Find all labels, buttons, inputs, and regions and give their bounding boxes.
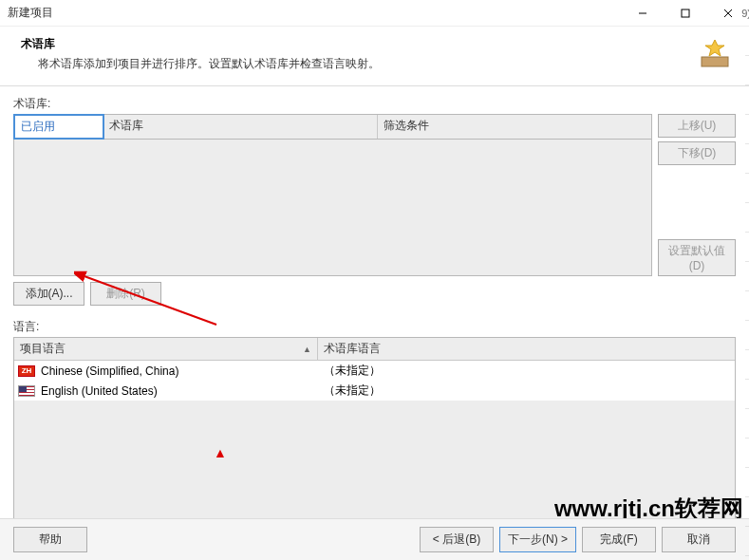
title-bar: 新建项目 <box>0 0 749 27</box>
flag-icon-us <box>18 385 35 397</box>
table-row[interactable]: English (United States) （未指定） <box>14 381 735 401</box>
window-title: 新建项目 <box>8 5 621 21</box>
column-filter[interactable]: 筛选条件 <box>378 115 651 139</box>
maximize-button[interactable] <box>664 0 706 27</box>
help-button[interactable]: 帮助 <box>13 527 87 552</box>
add-button[interactable]: 添加(A)... <box>13 282 84 306</box>
termbase-actions: 添加(A)... 删除(R) <box>13 282 736 306</box>
termbase-language-cell: （未指定） <box>318 383 735 399</box>
edge-tag: 9) <box>741 8 749 19</box>
wizard-footer: 帮助 < 后退(B) 下一步(N) > 完成(F) 取消 <box>0 518 749 560</box>
project-language-cell: English (United States) <box>14 383 318 399</box>
remove-button[interactable]: 删除(R) <box>90 282 161 306</box>
move-down-button[interactable]: 下移(D) <box>658 141 736 165</box>
finish-button[interactable]: 完成(F) <box>582 527 656 552</box>
termbase-label: 术语库: <box>13 96 736 112</box>
column-name[interactable]: 术语库 <box>103 115 378 139</box>
page-title: 术语库 <box>21 36 732 52</box>
column-enabled[interactable]: 已启用 <box>13 114 104 140</box>
window-controls <box>621 0 749 27</box>
flag-icon-cn: ZH <box>18 365 35 377</box>
move-up-button[interactable]: 上移(U) <box>658 114 736 138</box>
languages-table-header: 项目语言 ▲ 术语库语言 <box>14 338 735 361</box>
svg-rect-4 <box>702 57 728 66</box>
language-name: English (United States) <box>41 384 158 398</box>
project-language-cell: ZH Chinese (Simplified, China) <box>14 363 318 379</box>
next-button[interactable]: 下一步(N) > <box>499 527 576 552</box>
wizard-content: 术语库: 已启用 术语库 筛选条件 上移(U) 下移(D) 设置默认值(D) 添… <box>0 86 749 553</box>
termbase-table-body[interactable] <box>13 140 652 276</box>
languages-label: 语言: <box>13 319 736 335</box>
column-termbase-language[interactable]: 术语库语言 <box>318 338 735 360</box>
cancel-button[interactable]: 取消 <box>662 527 736 552</box>
sort-ascending-icon: ▲ <box>303 345 311 354</box>
language-name: Chinese (Simplified, China) <box>41 364 178 378</box>
svg-rect-1 <box>682 9 689 17</box>
page-subtitle: 将术语库添加到项目并进行排序。设置默认术语库并检查语言映射。 <box>38 56 732 72</box>
table-row[interactable]: ZH Chinese (Simplified, China) （未指定） <box>14 361 735 381</box>
termbase-language-cell: （未指定） <box>318 363 735 379</box>
termbase-side-buttons: 上移(U) 下移(D) 设置默认值(D) <box>658 114 736 276</box>
set-default-button[interactable]: 设置默认值(D) <box>658 239 736 276</box>
termbase-table: 已启用 术语库 筛选条件 <box>13 114 652 276</box>
wizard-header: 术语库 将术语库添加到项目并进行排序。设置默认术语库并检查语言映射。 <box>0 27 749 86</box>
column-project-language[interactable]: 项目语言 ▲ <box>14 338 318 360</box>
termbase-icon <box>698 36 732 70</box>
back-button[interactable]: < 后退(B) <box>420 527 494 552</box>
svg-marker-5 <box>705 40 724 56</box>
termbase-table-header: 已启用 术语库 筛选条件 <box>13 114 652 140</box>
termbase-panel: 已启用 术语库 筛选条件 上移(U) 下移(D) 设置默认值(D) <box>13 114 736 276</box>
column-project-language-label: 项目语言 <box>20 341 66 357</box>
minimize-button[interactable] <box>621 0 664 27</box>
